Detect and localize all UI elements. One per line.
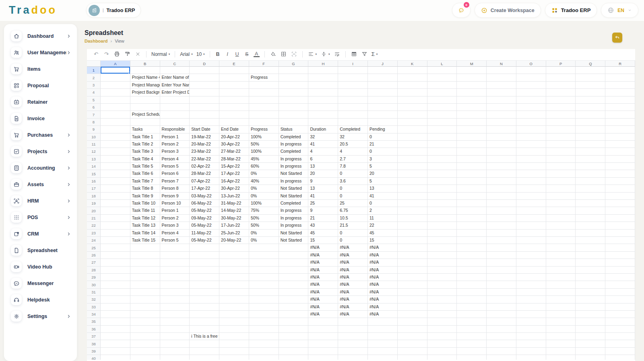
cell-N10[interactable] — [487, 133, 516, 141]
cell-B17[interactable]: Task Title 8 — [130, 185, 160, 192]
cell-J10[interactable]: 0 — [368, 133, 398, 141]
cell-R7[interactable] — [605, 111, 635, 118]
cell-Q31[interactable] — [576, 289, 605, 296]
cell-A21[interactable] — [101, 215, 130, 222]
cell-B21[interactable]: Task Title 12 — [130, 215, 160, 222]
cell-J6[interactable] — [368, 104, 398, 111]
text-wrap-button[interactable] — [334, 51, 341, 57]
cell-F3[interactable] — [249, 82, 279, 89]
cell-P19[interactable] — [546, 200, 576, 207]
cell-A24[interactable] — [101, 237, 130, 244]
cell-J17[interactable]: 13 — [368, 185, 398, 192]
cell-L1[interactable] — [427, 67, 457, 74]
cell-C32[interactable] — [160, 296, 190, 303]
cell-J25[interactable]: #N/A — [368, 244, 398, 251]
cell-I39[interactable] — [338, 348, 368, 355]
cell-K3[interactable] — [398, 82, 427, 89]
row-header-26[interactable]: 26 — [87, 252, 101, 259]
cell-J30[interactable]: #N/A — [368, 281, 398, 288]
cell-K6[interactable] — [398, 104, 427, 111]
cell-N4[interactable] — [487, 89, 516, 96]
row-header-23[interactable]: 23 — [87, 230, 101, 237]
cell-D1[interactable] — [190, 67, 219, 74]
cell-I30[interactable]: #N/A — [338, 281, 368, 288]
cell-G29[interactable] — [279, 274, 309, 281]
cell-F37[interactable] — [249, 333, 279, 340]
cell-L19[interactable] — [427, 200, 457, 207]
cell-I32[interactable]: #N/A — [338, 296, 368, 303]
cell-O25[interactable] — [516, 244, 546, 251]
cell-J1[interactable] — [368, 67, 398, 74]
row-header-30[interactable]: 30 — [87, 281, 101, 288]
cell-J38[interactable] — [368, 340, 398, 347]
cell-M20[interactable] — [457, 207, 487, 214]
cell-H20[interactable]: 9 — [308, 207, 338, 214]
redo-button[interactable]: ↷ — [103, 51, 110, 57]
cell-E3[interactable] — [219, 82, 249, 89]
cell-Q16[interactable] — [576, 178, 605, 185]
cell-L2[interactable] — [427, 74, 457, 81]
cell-Q3[interactable] — [576, 82, 605, 89]
cell-K7[interactable] — [398, 111, 427, 118]
cell-R17[interactable] — [605, 185, 635, 192]
cell-D8[interactable] — [190, 119, 219, 126]
cell-J9[interactable]: Pending — [368, 126, 398, 133]
cell-A15[interactable] — [101, 170, 130, 177]
cell-D21[interactable]: 09-May-22 — [190, 215, 219, 222]
cell-K19[interactable] — [398, 200, 427, 207]
row-header-1[interactable]: 1 — [87, 67, 101, 74]
cell-P18[interactable] — [546, 193, 576, 200]
row-header-9[interactable]: 9 — [87, 126, 101, 133]
cell-R18[interactable] — [605, 193, 635, 200]
cell-E27[interactable] — [219, 259, 249, 266]
cell-B33[interactable] — [130, 304, 160, 311]
cell-C17[interactable]: Person 8 — [160, 185, 190, 192]
cell-H17[interactable]: 13 — [308, 185, 338, 192]
cell-I18[interactable]: 0 — [338, 193, 368, 200]
cell-E9[interactable]: End Date — [219, 126, 249, 133]
cell-A10[interactable] — [101, 133, 130, 141]
cell-P31[interactable] — [546, 289, 576, 296]
cell-D4[interactable] — [190, 89, 219, 96]
cell-H37[interactable] — [308, 333, 338, 340]
cell-I17[interactable]: 0 — [338, 185, 368, 192]
cell-K38[interactable] — [398, 340, 427, 347]
row-header-31[interactable]: 31 — [87, 289, 101, 296]
cell-K31[interactable] — [398, 289, 427, 296]
cell-M25[interactable] — [457, 244, 487, 251]
cell-J32[interactable]: #N/A — [368, 296, 398, 303]
cell-B29[interactable] — [130, 274, 160, 281]
cell-I7[interactable] — [338, 111, 368, 118]
cell-G38[interactable] — [279, 340, 309, 347]
sidebar-item-crm[interactable]: CRM — [4, 226, 77, 242]
cell-J35[interactable] — [368, 318, 398, 325]
cell-N21[interactable] — [487, 215, 516, 222]
sidebar-item-helpdesk[interactable]: Helpdesk — [4, 291, 77, 308]
cell-C15[interactable]: Person 6 — [160, 170, 190, 177]
cell-M1[interactable] — [457, 67, 487, 74]
column-header-B[interactable]: B — [130, 60, 160, 67]
column-header-M[interactable]: M — [457, 60, 487, 67]
cell-P9[interactable] — [546, 126, 576, 133]
cell-I28[interactable]: #N/A — [338, 267, 368, 274]
cell-R29[interactable] — [605, 274, 635, 281]
cell-Q13[interactable] — [576, 156, 605, 163]
cell-A33[interactable] — [101, 304, 130, 311]
cell-K39[interactable] — [398, 348, 427, 355]
cell-H30[interactable]: #N/A — [308, 281, 338, 288]
row-header-34[interactable]: 34 — [87, 311, 101, 318]
cell-E7[interactable] — [219, 111, 249, 118]
cell-R40[interactable] — [605, 355, 635, 360]
cell-F16[interactable]: 40% — [249, 178, 279, 185]
cell-H34[interactable]: #N/A — [308, 311, 338, 318]
cell-P37[interactable] — [546, 333, 576, 340]
cell-D6[interactable] — [190, 104, 219, 111]
cell-P1[interactable] — [546, 67, 576, 74]
cell-C20[interactable]: Person 1 — [160, 207, 190, 214]
cell-N28[interactable] — [487, 267, 516, 274]
cell-M6[interactable] — [457, 104, 487, 111]
cell-P33[interactable] — [546, 304, 576, 311]
cell-B34[interactable] — [130, 311, 160, 318]
row-header-35[interactable]: 35 — [87, 318, 101, 325]
cell-J2[interactable] — [368, 74, 398, 81]
